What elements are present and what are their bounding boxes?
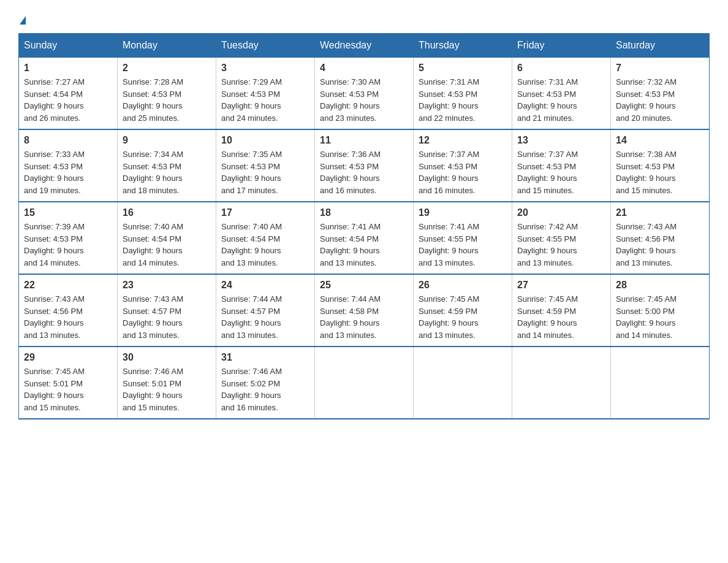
- calendar-day-cell: 17 Sunrise: 7:40 AM Sunset: 4:54 PM Dayl…: [216, 202, 315, 274]
- calendar-day-cell: 21 Sunrise: 7:43 AM Sunset: 4:56 PM Dayl…: [611, 202, 710, 274]
- calendar-day-cell: 30 Sunrise: 7:46 AM Sunset: 5:01 PM Dayl…: [118, 347, 216, 419]
- day-info: Sunrise: 7:45 AM Sunset: 5:01 PM Dayligh…: [24, 366, 112, 413]
- day-info: Sunrise: 7:29 AM Sunset: 4:53 PM Dayligh…: [221, 76, 309, 124]
- day-number: 3: [221, 63, 309, 74]
- calendar-header-thursday: Thursday: [414, 34, 512, 58]
- calendar-header-friday: Friday: [512, 34, 611, 58]
- calendar-day-cell: [512, 347, 611, 419]
- day-number: 30: [123, 352, 211, 363]
- day-info: Sunrise: 7:40 AM Sunset: 4:54 PM Dayligh…: [221, 221, 309, 269]
- calendar-day-cell: 1 Sunrise: 7:27 AM Sunset: 4:54 PM Dayli…: [19, 58, 118, 130]
- day-info: Sunrise: 7:28 AM Sunset: 4:53 PM Dayligh…: [123, 76, 211, 124]
- day-number: 31: [221, 352, 309, 363]
- day-number: 4: [320, 63, 408, 74]
- calendar-day-cell: 31 Sunrise: 7:46 AM Sunset: 5:02 PM Dayl…: [216, 347, 315, 419]
- calendar-day-cell: [414, 347, 512, 419]
- day-number: 28: [616, 280, 704, 291]
- calendar-header-row: SundayMondayTuesdayWednesdayThursdayFrid…: [19, 34, 710, 58]
- day-number: 9: [123, 135, 211, 146]
- day-number: 17: [221, 207, 309, 218]
- day-info: Sunrise: 7:31 AM Sunset: 4:53 PM Dayligh…: [517, 76, 605, 124]
- calendar-header-tuesday: Tuesday: [216, 34, 315, 58]
- calendar-day-cell: 23 Sunrise: 7:43 AM Sunset: 4:57 PM Dayl…: [118, 274, 216, 347]
- calendar-day-cell: 19 Sunrise: 7:41 AM Sunset: 4:55 PM Dayl…: [414, 202, 512, 274]
- day-info: Sunrise: 7:37 AM Sunset: 4:53 PM Dayligh…: [517, 148, 605, 196]
- calendar-day-cell: 24 Sunrise: 7:44 AM Sunset: 4:57 PM Dayl…: [216, 274, 315, 347]
- day-info: Sunrise: 7:38 AM Sunset: 4:53 PM Dayligh…: [616, 148, 704, 196]
- day-number: 24: [221, 280, 309, 291]
- day-info: Sunrise: 7:41 AM Sunset: 4:54 PM Dayligh…: [320, 221, 408, 269]
- calendar-day-cell: 12 Sunrise: 7:37 AM Sunset: 4:53 PM Dayl…: [414, 129, 512, 202]
- day-number: 2: [123, 63, 211, 74]
- calendar-header-wednesday: Wednesday: [315, 34, 414, 58]
- calendar-day-cell: 27 Sunrise: 7:45 AM Sunset: 4:59 PM Dayl…: [512, 274, 611, 347]
- calendar-day-cell: 5 Sunrise: 7:31 AM Sunset: 4:53 PM Dayli…: [414, 58, 512, 130]
- day-number: 11: [320, 135, 408, 146]
- calendar-day-cell: 18 Sunrise: 7:41 AM Sunset: 4:54 PM Dayl…: [315, 202, 414, 274]
- calendar-week-row: 22 Sunrise: 7:43 AM Sunset: 4:56 PM Dayl…: [19, 274, 710, 347]
- calendar-week-row: 29 Sunrise: 7:45 AM Sunset: 5:01 PM Dayl…: [19, 347, 710, 419]
- calendar-day-cell: [315, 347, 414, 419]
- day-info: Sunrise: 7:37 AM Sunset: 4:53 PM Dayligh…: [419, 148, 507, 196]
- day-info: Sunrise: 7:41 AM Sunset: 4:55 PM Dayligh…: [419, 221, 507, 269]
- day-info: Sunrise: 7:43 AM Sunset: 4:57 PM Dayligh…: [123, 293, 211, 341]
- day-number: 18: [320, 207, 408, 218]
- day-info: Sunrise: 7:44 AM Sunset: 4:58 PM Dayligh…: [320, 293, 408, 341]
- day-number: 15: [24, 207, 112, 218]
- day-number: 5: [419, 63, 507, 74]
- day-info: Sunrise: 7:33 AM Sunset: 4:53 PM Dayligh…: [24, 148, 112, 196]
- calendar-day-cell: 13 Sunrise: 7:37 AM Sunset: 4:53 PM Dayl…: [512, 129, 611, 202]
- day-number: 12: [419, 135, 507, 146]
- calendar-day-cell: 9 Sunrise: 7:34 AM Sunset: 4:53 PM Dayli…: [118, 129, 216, 202]
- calendar-day-cell: 20 Sunrise: 7:42 AM Sunset: 4:55 PM Dayl…: [512, 202, 611, 274]
- page-header: [18, 12, 710, 27]
- day-number: 7: [616, 63, 704, 74]
- day-number: 25: [320, 280, 408, 291]
- day-number: 1: [24, 63, 112, 74]
- calendar-day-cell: 25 Sunrise: 7:44 AM Sunset: 4:58 PM Dayl…: [315, 274, 414, 347]
- calendar-day-cell: 10 Sunrise: 7:35 AM Sunset: 4:53 PM Dayl…: [216, 129, 315, 202]
- day-number: 6: [517, 63, 605, 74]
- calendar-header-monday: Monday: [118, 34, 216, 58]
- calendar-week-row: 1 Sunrise: 7:27 AM Sunset: 4:54 PM Dayli…: [19, 58, 710, 130]
- day-info: Sunrise: 7:40 AM Sunset: 4:54 PM Dayligh…: [123, 221, 211, 269]
- calendar-day-cell: 7 Sunrise: 7:32 AM Sunset: 4:53 PM Dayli…: [611, 58, 710, 130]
- day-number: 23: [123, 280, 211, 291]
- day-info: Sunrise: 7:46 AM Sunset: 5:02 PM Dayligh…: [221, 366, 309, 413]
- calendar-week-row: 8 Sunrise: 7:33 AM Sunset: 4:53 PM Dayli…: [19, 129, 710, 202]
- calendar-header-sunday: Sunday: [19, 34, 118, 58]
- calendar-day-cell: 6 Sunrise: 7:31 AM Sunset: 4:53 PM Dayli…: [512, 58, 611, 130]
- day-info: Sunrise: 7:45 AM Sunset: 5:00 PM Dayligh…: [616, 293, 704, 341]
- day-number: 16: [123, 207, 211, 218]
- day-info: Sunrise: 7:36 AM Sunset: 4:53 PM Dayligh…: [320, 148, 408, 196]
- calendar-day-cell: 16 Sunrise: 7:40 AM Sunset: 4:54 PM Dayl…: [118, 202, 216, 274]
- day-number: 27: [517, 280, 605, 291]
- logo-triangle-icon: [20, 16, 26, 25]
- day-number: 22: [24, 280, 112, 291]
- day-info: Sunrise: 7:43 AM Sunset: 4:56 PM Dayligh…: [616, 221, 704, 269]
- calendar-day-cell: 8 Sunrise: 7:33 AM Sunset: 4:53 PM Dayli…: [19, 129, 118, 202]
- day-info: Sunrise: 7:32 AM Sunset: 4:53 PM Dayligh…: [616, 76, 704, 124]
- day-info: Sunrise: 7:31 AM Sunset: 4:53 PM Dayligh…: [419, 76, 507, 124]
- day-info: Sunrise: 7:44 AM Sunset: 4:57 PM Dayligh…: [221, 293, 309, 341]
- calendar-day-cell: [611, 347, 710, 419]
- day-info: Sunrise: 7:46 AM Sunset: 5:01 PM Dayligh…: [123, 366, 211, 413]
- calendar-day-cell: 26 Sunrise: 7:45 AM Sunset: 4:59 PM Dayl…: [414, 274, 512, 347]
- calendar-day-cell: 14 Sunrise: 7:38 AM Sunset: 4:53 PM Dayl…: [611, 129, 710, 202]
- calendar-day-cell: 3 Sunrise: 7:29 AM Sunset: 4:53 PM Dayli…: [216, 58, 315, 130]
- calendar-table: SundayMondayTuesdayWednesdayThursdayFrid…: [18, 33, 710, 419]
- day-number: 10: [221, 135, 309, 146]
- calendar-day-cell: 28 Sunrise: 7:45 AM Sunset: 5:00 PM Dayl…: [611, 274, 710, 347]
- day-info: Sunrise: 7:34 AM Sunset: 4:53 PM Dayligh…: [123, 148, 211, 196]
- day-info: Sunrise: 7:39 AM Sunset: 4:53 PM Dayligh…: [24, 221, 112, 269]
- calendar-day-cell: 4 Sunrise: 7:30 AM Sunset: 4:53 PM Dayli…: [315, 58, 414, 130]
- day-info: Sunrise: 7:35 AM Sunset: 4:53 PM Dayligh…: [221, 148, 309, 196]
- day-info: Sunrise: 7:30 AM Sunset: 4:53 PM Dayligh…: [320, 76, 408, 124]
- day-info: Sunrise: 7:43 AM Sunset: 4:56 PM Dayligh…: [24, 293, 112, 341]
- logo: [18, 12, 26, 27]
- day-number: 19: [419, 207, 507, 218]
- calendar-day-cell: 22 Sunrise: 7:43 AM Sunset: 4:56 PM Dayl…: [19, 274, 118, 347]
- day-number: 14: [616, 135, 704, 146]
- calendar-day-cell: 29 Sunrise: 7:45 AM Sunset: 5:01 PM Dayl…: [19, 347, 118, 419]
- calendar-day-cell: 11 Sunrise: 7:36 AM Sunset: 4:53 PM Dayl…: [315, 129, 414, 202]
